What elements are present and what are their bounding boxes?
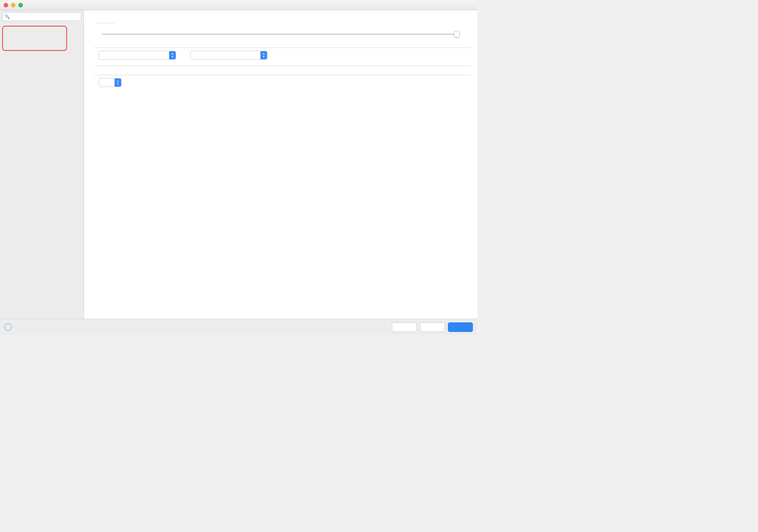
chevron-updown-icon: ▴▾ (260, 51, 267, 59)
ide-aa-select[interactable]: ▴▾ (99, 51, 176, 60)
editor-aa-select[interactable]: ▴▾ (190, 51, 267, 60)
minimize-icon[interactable] (11, 3, 15, 7)
chevron-updown-icon: ▴▾ (115, 78, 121, 87)
footer (0, 319, 477, 335)
breadcrumb-sep (89, 14, 94, 20)
help-button[interactable] (4, 323, 12, 331)
body: 🔍 (0, 10, 477, 319)
antialiasing-row: ▴▾ ▴▾ (91, 51, 471, 60)
close-icon[interactable] (4, 3, 8, 7)
maximize-icon[interactable] (18, 3, 23, 7)
settings-tree[interactable] (0, 23, 84, 319)
tooltip-delay-slider[interactable] (102, 30, 457, 42)
cancel-button[interactable] (392, 322, 417, 332)
antialiasing-section (91, 48, 471, 48)
chevron-updown-icon: ▴▾ (169, 51, 176, 59)
main-panel: ▴▾ ▴▾ (84, 10, 477, 319)
search-container: 🔍 (0, 10, 84, 23)
ok-button[interactable] (448, 322, 473, 332)
font-size-select[interactable]: ▴▾ (99, 78, 122, 87)
presentation-font-row: ▴▾ (91, 78, 471, 87)
search-input[interactable] (2, 12, 81, 21)
preferences-window: 🔍 (0, 0, 477, 335)
titlebar (0, 0, 477, 10)
traffic-lights (0, 3, 23, 7)
sidebar: 🔍 (0, 10, 84, 319)
content: ▴▾ ▴▾ (84, 22, 477, 91)
breadcrumb (84, 10, 477, 22)
tooltip-delay-row (96, 30, 471, 42)
presentation-section (91, 75, 471, 75)
search-icon: 🔍 (4, 14, 10, 19)
apply-button[interactable] (420, 322, 445, 332)
window-options-section (91, 66, 471, 66)
